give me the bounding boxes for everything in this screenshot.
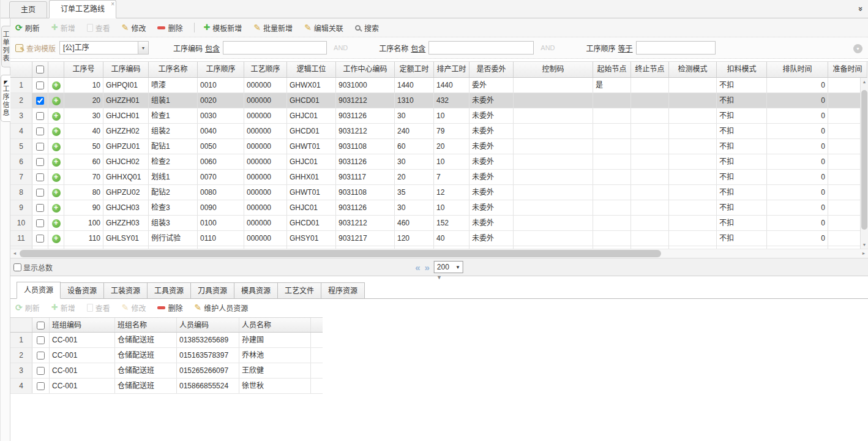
tab-close-icon[interactable]: × bbox=[111, 1, 114, 7]
column-header[interactable]: 排产工时 bbox=[434, 62, 470, 77]
column-header[interactable]: 人员名称 bbox=[239, 318, 311, 332]
row-checkbox[interactable] bbox=[36, 189, 44, 197]
sidebar-tab-work-order-list[interactable]: 工单列表 bbox=[1, 26, 10, 67]
column-header[interactable]: 工序名称 bbox=[149, 62, 198, 77]
query-input-2[interactable] bbox=[636, 41, 716, 55]
select-all-checkbox[interactable] bbox=[36, 66, 44, 74]
scrollbar-thumb[interactable] bbox=[861, 90, 867, 230]
row-checkbox[interactable] bbox=[36, 173, 44, 181]
row-checkbox[interactable] bbox=[36, 97, 44, 105]
add-row-icon[interactable]: + bbox=[52, 219, 61, 228]
template-add-button[interactable]: ✚模板新增 bbox=[203, 23, 242, 33]
scroll-up-icon[interactable]: ▲ bbox=[861, 78, 868, 86]
column-header[interactable]: 逻辑工位 bbox=[287, 62, 336, 77]
query-op-label[interactable]: 包含 bbox=[205, 43, 220, 53]
row-checkbox[interactable] bbox=[36, 143, 44, 151]
column-header[interactable]: 班组名称 bbox=[115, 318, 177, 332]
add-row-icon[interactable]: + bbox=[52, 81, 61, 90]
prev-page-button[interactable]: « bbox=[415, 263, 420, 272]
table-row[interactable]: 4+40GHZZH02组装20040000000GHCD019031212240… bbox=[10, 124, 867, 139]
row-checkbox[interactable] bbox=[37, 367, 45, 375]
add-row-icon[interactable]: + bbox=[52, 112, 61, 121]
add-row-icon[interactable]: + bbox=[52, 127, 61, 136]
add-row-icon[interactable]: + bbox=[52, 158, 61, 167]
add-row-icon[interactable]: + bbox=[52, 235, 61, 243]
table-row[interactable]: 4CC-001仓储配送班015866855524徐世秋 bbox=[10, 379, 323, 394]
sidebar-tab-process-info[interactable]: ◤工序信息 bbox=[1, 75, 10, 122]
column-header[interactable]: 是否委外 bbox=[470, 62, 514, 77]
column-header[interactable]: 终止节点 bbox=[631, 62, 669, 77]
row-checkbox[interactable] bbox=[36, 204, 44, 212]
page-size-select[interactable]: 200 ▼ bbox=[434, 261, 463, 273]
query-template-value[interactable]: [公]工序 bbox=[59, 41, 138, 55]
query-op-label[interactable]: 等于 bbox=[618, 43, 633, 53]
scroll-right-icon[interactable]: ► bbox=[859, 249, 868, 258]
add-row-icon[interactable]: + bbox=[52, 204, 61, 213]
query-op-label[interactable]: 包含 bbox=[411, 43, 425, 53]
column-header[interactable]: 班组编码 bbox=[50, 318, 115, 332]
view-button[interactable]: 查看 bbox=[87, 23, 110, 33]
table-row[interactable]: 9+90GHJCH03检查30090000000GHJC019031126301… bbox=[10, 200, 867, 216]
row-checkbox[interactable] bbox=[36, 158, 44, 166]
add-row-icon[interactable]: + bbox=[52, 97, 61, 105]
combo-dropdown-button[interactable]: ▼ bbox=[138, 41, 149, 55]
add-button[interactable]: ✚新增 bbox=[51, 23, 75, 33]
column-header[interactable]: 人员编码 bbox=[177, 318, 239, 332]
add-button[interactable]: ✚新增 bbox=[51, 303, 75, 313]
table-row[interactable]: 3+30GHJCH01检查10030000000GHJC019031126301… bbox=[10, 108, 867, 124]
row-checkbox[interactable] bbox=[36, 235, 44, 243]
table-row[interactable]: 2CC-001仓储配送班015163578397乔林池 bbox=[10, 348, 323, 363]
column-header[interactable]: 工艺顺序 bbox=[244, 62, 287, 77]
row-checkbox[interactable] bbox=[36, 112, 44, 120]
add-row-icon[interactable]: + bbox=[52, 173, 61, 182]
row-checkbox[interactable] bbox=[36, 127, 44, 135]
tab-fixture-resource[interactable]: 工装资源 bbox=[104, 282, 148, 299]
refresh-button[interactable]: ⟳刷新 bbox=[15, 303, 40, 313]
tab-mold-resource[interactable]: 模具资源 bbox=[234, 282, 278, 299]
tab-personnel-resource[interactable]: 人员资源 bbox=[17, 282, 61, 299]
column-header[interactable]: 工序编码 bbox=[103, 62, 149, 77]
tab-overflow-icon[interactable]: » bbox=[856, 7, 866, 11]
column-header[interactable]: 准备时间 bbox=[828, 62, 867, 77]
edit-button[interactable]: ✎修改 bbox=[122, 303, 146, 313]
add-row-icon[interactable]: + bbox=[52, 189, 61, 197]
add-row-icon[interactable]: + bbox=[52, 143, 61, 151]
column-header[interactable]: 工序号 bbox=[64, 62, 103, 77]
query-expand-button[interactable]: ▼ bbox=[853, 44, 862, 53]
tab-equipment-resource[interactable]: 设备资源 bbox=[61, 282, 104, 299]
tab-program-resource[interactable]: 程序资源 bbox=[321, 282, 365, 299]
edit-button[interactable]: ✎修改 bbox=[122, 23, 146, 33]
table-row[interactable]: 2+20GHZZH01组装10020000000GHCD019031212131… bbox=[10, 93, 867, 108]
maintain-personnel-button[interactable]: ✎维护人员资源 bbox=[194, 303, 248, 313]
panel-splitter[interactable]: ▼ bbox=[10, 276, 868, 282]
row-checkbox[interactable] bbox=[36, 81, 44, 89]
column-header[interactable]: 排队时间 bbox=[767, 62, 828, 77]
select-all-checkbox[interactable] bbox=[37, 322, 45, 330]
view-button[interactable]: 查看 bbox=[87, 303, 110, 313]
column-header[interactable]: 扣料模式 bbox=[717, 62, 767, 77]
refresh-button[interactable]: ⟳刷新 bbox=[15, 23, 40, 33]
column-header[interactable]: 起始节点 bbox=[593, 62, 631, 77]
query-template-label[interactable]: 查询模版 bbox=[26, 43, 56, 53]
edit-relation-button[interactable]: ✎编辑关联 bbox=[304, 23, 343, 33]
query-input-0[interactable] bbox=[223, 41, 327, 55]
table-row[interactable]: 10+100GHZZH03组装30100000000GHCD0190312124… bbox=[10, 216, 867, 231]
table-row[interactable]: 6+60GHJCH02检查20060000000GHJC019031126301… bbox=[10, 154, 867, 170]
batch-add-button[interactable]: ✎批量新增 bbox=[253, 23, 293, 33]
next-page-button[interactable]: » bbox=[425, 263, 430, 272]
table-row[interactable]: 3CC-001仓储配送班015265266097王欣健 bbox=[10, 363, 323, 379]
delete-button[interactable]: 删除 bbox=[157, 23, 182, 33]
show-total-checkbox[interactable] bbox=[13, 263, 21, 271]
delete-button[interactable]: 删除 bbox=[157, 303, 182, 313]
tab-home[interactable]: 主页 bbox=[9, 1, 47, 18]
query-input-1[interactable] bbox=[428, 41, 534, 55]
tab-cutter-resource[interactable]: 刀具资源 bbox=[191, 282, 234, 299]
scrollbar-thumb[interactable] bbox=[20, 250, 661, 257]
splitter-collapse-handle[interactable]: ▼ bbox=[436, 275, 442, 281]
tab-process-file[interactable]: 工艺文件 bbox=[278, 282, 321, 299]
column-header[interactable]: 控制码 bbox=[514, 62, 593, 77]
row-checkbox[interactable] bbox=[37, 336, 45, 344]
horizontal-scrollbar[interactable]: ◄ ► bbox=[10, 249, 868, 258]
row-checkbox[interactable] bbox=[37, 382, 45, 390]
table-row[interactable]: 8+80GHPZU02配钻20080000000GHWT019031108351… bbox=[10, 185, 867, 200]
